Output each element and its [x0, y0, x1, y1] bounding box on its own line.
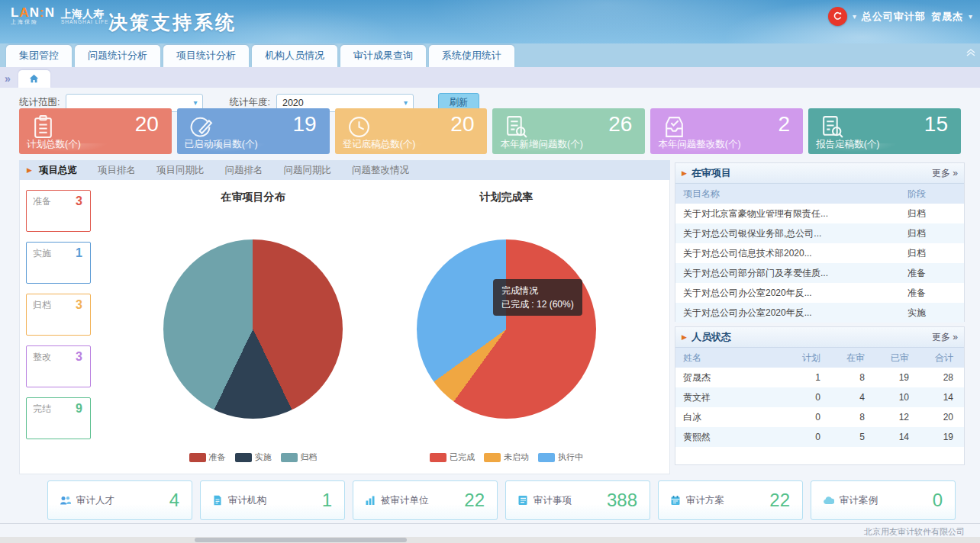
- status-box-complete[interactable]: 完结 9: [26, 397, 91, 439]
- bottom-stat-audited-units[interactable]: 被审计单位 22: [353, 480, 498, 520]
- tab-project-yoy[interactable]: 项目同期比: [156, 164, 205, 177]
- stat-value: 20: [135, 112, 159, 137]
- stat-value: 20: [450, 112, 474, 137]
- tab-project-ranking[interactable]: 项目排名: [98, 164, 136, 177]
- bottom-stat-audit-cases[interactable]: 审计案例 0: [811, 480, 956, 520]
- panel-header: ▶ 人员状态 更多 »: [675, 327, 964, 348]
- table-row[interactable]: 关于对总公司银保业务部,总公司...归档: [675, 223, 964, 243]
- stat-card-finalized-reports[interactable]: 15 报告定稿数(个): [808, 108, 961, 154]
- notification-caret-icon[interactable]: ▾: [853, 12, 856, 21]
- pie2-title: 计划完成率: [417, 191, 596, 204]
- table-header: 项目名称 阶段: [675, 184, 964, 204]
- table-row[interactable]: 关于对总公司信息技术部2020...归档: [675, 243, 964, 263]
- legend-item[interactable]: 执行中: [538, 451, 583, 463]
- legend-item[interactable]: 归档: [281, 451, 318, 463]
- panel-projects-under-audit: ▶ 在审项目 更多 » 项目名称 阶段 关于对北京富豪物业管理有限责任...归档…: [675, 162, 965, 322]
- status-box-rectify[interactable]: 整改 3: [26, 345, 91, 387]
- expand-tabs-icon[interactable]: »: [5, 72, 11, 85]
- stat-card-started-projects[interactable]: 19 已启动项目数(个): [177, 108, 330, 154]
- page-tab-bar: »: [0, 67, 980, 88]
- pie-chart-project-distribution[interactable]: [163, 239, 343, 419]
- legend-item[interactable]: 未启动: [484, 451, 529, 463]
- bottom-stat-audit-talents[interactable]: 审计人才 4: [47, 480, 192, 520]
- calendar-icon: [670, 495, 681, 506]
- bottom-stat-audit-orgs[interactable]: 审计机构 1: [200, 480, 345, 520]
- tab-issue-rectification[interactable]: 问题整改情况: [352, 164, 409, 177]
- stat-cards-row: 20 计划总数(个) 19 已启动项目数(个) 20 登记底稿总数(个) 26 …: [19, 108, 961, 154]
- user-name[interactable]: 贺晟杰: [931, 10, 963, 24]
- more-link[interactable]: 更多 »: [932, 331, 958, 344]
- stat-label: 登记底稿总数(个): [343, 138, 416, 151]
- stat-label: 报告定稿数(个): [816, 138, 879, 151]
- legend-item[interactable]: 已完成: [430, 451, 475, 463]
- collapse-header-icon[interactable]: [965, 47, 976, 57]
- chevron-down-icon: ▾: [404, 98, 408, 107]
- table-row[interactable]: 关于对总公司办公室2020年反...准备: [675, 283, 964, 303]
- bottom-stat-audit-plans[interactable]: 审计方案 22: [658, 480, 803, 520]
- horizontal-scrollbar[interactable]: [0, 537, 980, 543]
- tab-project-statistics[interactable]: 项目统计分析: [163, 45, 249, 67]
- tab-system-usage[interactable]: 系统使用统计: [429, 45, 514, 67]
- table-row[interactable]: 关于对北京富豪物业管理有限责任...归档: [675, 204, 964, 223]
- logo-small-label: 上海保险: [11, 18, 55, 26]
- table-row[interactable]: 贺晟杰 1 8 19 28: [675, 368, 964, 387]
- table-row[interactable]: 白冰 0 8 12 20: [675, 407, 964, 427]
- tab-group-control[interactable]: 集团管控: [6, 45, 72, 67]
- stat-value: 26: [608, 112, 632, 137]
- decision-support-dashboard: LAN:N 上海保险 上海人寿 SHANGHAI LIFE 决策支持系统 ▾ 总…: [0, 0, 980, 543]
- chevron-down-icon: ▾: [193, 98, 197, 107]
- pie-chart-plan-completion[interactable]: [417, 239, 596, 419]
- status-box-archive[interactable]: 归档 3: [26, 294, 91, 336]
- status-box-implement[interactable]: 实施 1: [26, 242, 91, 284]
- logo-mark: LAN:N: [11, 7, 55, 18]
- tooltip-value: 已完成 : 12 (60%): [501, 297, 574, 311]
- stat-card-new-issues[interactable]: 26 本年新增问题数(个): [492, 108, 645, 154]
- status-box-prepare[interactable]: 准备 3: [26, 190, 91, 232]
- table-row[interactable]: 关于对总公司部分部门及孝爱佳质...准备: [675, 263, 964, 283]
- scope-label: 统计范围:: [19, 96, 60, 109]
- bottom-stat-audit-matters[interactable]: 审计事项 388: [505, 480, 650, 520]
- stat-card-plans[interactable]: 20 计划总数(个): [19, 108, 172, 154]
- legend-item[interactable]: 准备: [189, 451, 226, 463]
- pie1-legend: 准备 实施 归档: [163, 451, 343, 463]
- page-title: 决策支持系统: [108, 10, 237, 35]
- panel-header: ▶ 在审项目 更多 »: [675, 163, 964, 184]
- org-doc-icon: [212, 495, 223, 506]
- tab-issue-statistics[interactable]: 问题统计分析: [75, 45, 160, 67]
- tab-audit-results[interactable]: 审计成果查询: [340, 45, 426, 67]
- tab-issue-yoy[interactable]: 问题同期比: [283, 164, 331, 177]
- user-department[interactable]: 总公司审计部: [862, 10, 926, 24]
- footer-company: 北京用友审计软件有限公司: [864, 526, 965, 538]
- more-link[interactable]: 更多 »: [932, 167, 958, 180]
- stat-card-rectified-issues[interactable]: 2 本年问题整改数(个): [650, 108, 803, 154]
- table-row[interactable]: 黄文祥 0 4 10 14: [675, 387, 964, 407]
- users-icon: [60, 495, 71, 506]
- active-tab-arrow-icon: ▶: [27, 166, 32, 174]
- scrollbar-thumb[interactable]: [195, 538, 407, 542]
- logo-company-en: SHANGHAI LIFE: [61, 19, 108, 24]
- tab-org-personnel[interactable]: 机构人员情况: [252, 45, 337, 67]
- stat-value: 19: [293, 112, 317, 137]
- table-row[interactable]: 黄熙然 0 5 14 19: [675, 427, 964, 447]
- bar-chart-icon: [365, 495, 376, 506]
- logo-company-name: 上海人寿: [61, 8, 108, 19]
- stat-value: 15: [924, 112, 948, 137]
- list-doc-icon: [517, 495, 528, 506]
- tab-project-overview[interactable]: 项目总览: [39, 164, 77, 177]
- table-header: 姓名 计划 在审 已审 合计: [675, 348, 964, 368]
- panel-arrow-icon: ▶: [682, 169, 687, 177]
- home-tab[interactable]: [18, 70, 50, 88]
- table-row[interactable]: 关于对总公司办公室2020年反...实施: [675, 303, 964, 323]
- stat-card-registered-drafts[interactable]: 20 登记底稿总数(个): [335, 108, 488, 154]
- tab-issue-ranking[interactable]: 问题排名: [224, 164, 263, 177]
- legend-item[interactable]: 实施: [235, 451, 272, 463]
- notification-icon[interactable]: [828, 7, 847, 26]
- app-header: LAN:N 上海保险 上海人寿 SHANGHAI LIFE 决策支持系统 ▾ 总…: [0, 0, 980, 43]
- footer-divider: [0, 523, 980, 524]
- cloud-icon: [823, 496, 834, 505]
- year-label: 统计年度:: [229, 96, 269, 109]
- stat-value: 2: [779, 112, 791, 137]
- company-logo: LAN:N 上海保险 上海人寿 SHANGHAI LIFE: [11, 7, 108, 26]
- pie1-title: 在审项目分布: [163, 191, 343, 204]
- user-menu-caret-icon[interactable]: ▾: [969, 12, 972, 21]
